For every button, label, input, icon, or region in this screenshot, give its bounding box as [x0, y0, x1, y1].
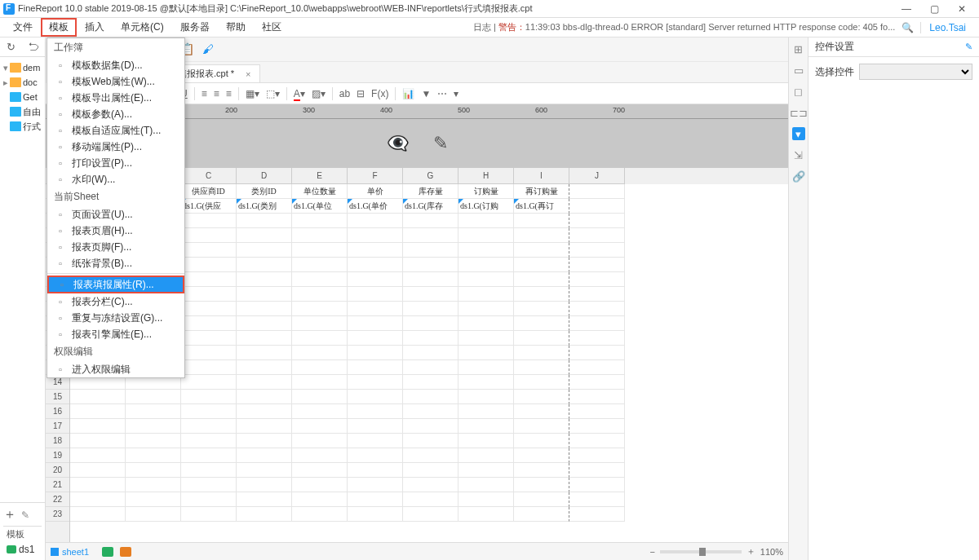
widget-icon[interactable]: ▾	[792, 127, 805, 140]
cell[interactable]	[403, 331, 458, 346]
cell[interactable]	[237, 316, 292, 331]
cell[interactable]	[403, 492, 458, 507]
cell[interactable]	[403, 419, 458, 434]
menu-option[interactable]: ▫移动端属性(P)...	[47, 139, 184, 155]
cell[interactable]	[458, 463, 514, 478]
cell[interactable]	[348, 390, 403, 404]
user-name[interactable]: Leo.Tsai	[920, 22, 974, 33]
cell[interactable]	[348, 346, 403, 360]
search-icon[interactable]: 🔍	[901, 22, 914, 33]
cell[interactable]	[126, 419, 181, 434]
cell[interactable]	[237, 375, 292, 390]
expand-icon[interactable]: ⇲	[792, 148, 805, 161]
cell[interactable]	[181, 272, 237, 287]
cell[interactable]	[292, 360, 348, 375]
row-number[interactable]: 17	[46, 419, 69, 434]
cell[interactable]	[569, 331, 625, 346]
cell[interactable]	[292, 390, 348, 404]
cell[interactable]	[403, 404, 458, 419]
cell[interactable]	[70, 390, 126, 404]
cell[interactable]	[237, 272, 292, 287]
cell[interactable]	[569, 214, 625, 228]
cell[interactable]	[569, 404, 625, 419]
cell[interactable]	[514, 258, 569, 272]
cell[interactable]	[126, 448, 181, 463]
cell[interactable]	[569, 375, 625, 390]
cell[interactable]	[237, 228, 292, 243]
cell[interactable]	[514, 375, 569, 390]
cell[interactable]	[181, 258, 237, 272]
cell[interactable]	[569, 287, 625, 302]
cell[interactable]	[403, 258, 458, 272]
cell[interactable]	[458, 434, 514, 448]
cell[interactable]	[348, 228, 403, 243]
cell[interactable]	[181, 302, 237, 316]
cell[interactable]	[348, 302, 403, 316]
cell[interactable]	[237, 302, 292, 316]
cell[interactable]	[403, 287, 458, 302]
cell[interactable]	[237, 463, 292, 478]
cell[interactable]	[181, 404, 237, 419]
add-icon[interactable]: ＋	[3, 506, 16, 523]
cell[interactable]: 库存量	[403, 184, 458, 199]
cell[interactable]	[292, 507, 348, 522]
doc-icon[interactable]: ▭	[792, 64, 805, 77]
cell[interactable]	[569, 302, 625, 316]
column-header[interactable]: F	[348, 168, 403, 184]
cell[interactable]	[458, 287, 514, 302]
column-header[interactable]: H	[458, 168, 514, 184]
menu-option[interactable]: ▫模板Web属性(W)...	[47, 73, 184, 90]
menu-option[interactable]: ▫模板数据集(D)...	[47, 57, 184, 73]
cell[interactable]	[70, 404, 126, 419]
cell[interactable]: 订购量	[458, 184, 514, 199]
cell[interactable]: ds1.G(供应	[181, 199, 237, 214]
cell[interactable]	[237, 390, 292, 404]
cell[interactable]	[292, 492, 348, 507]
menu-item[interactable]: 帮助	[218, 18, 254, 37]
cell[interactable]	[514, 404, 569, 419]
cell[interactable]	[569, 507, 625, 522]
cell[interactable]	[70, 463, 126, 478]
cell[interactable]	[403, 390, 458, 404]
cell[interactable]	[458, 492, 514, 507]
cell[interactable]	[458, 507, 514, 522]
menu-item[interactable]: 插入	[77, 18, 113, 37]
tree-item[interactable]: Get	[2, 90, 43, 104]
menu-option[interactable]: ▫纸张背景(B)...	[47, 255, 184, 271]
grid-icon[interactable]: ⊞	[792, 42, 805, 55]
cell[interactable]	[514, 360, 569, 375]
cell[interactable]	[237, 448, 292, 463]
cell[interactable]	[181, 228, 237, 243]
cell[interactable]	[348, 419, 403, 434]
cell[interactable]	[348, 404, 403, 419]
datasource-row[interactable]: ds1	[3, 542, 42, 557]
cell[interactable]	[181, 316, 237, 331]
cell[interactable]	[403, 346, 458, 360]
cell[interactable]: ds1.G(类别	[237, 199, 292, 214]
row-number[interactable]: 20	[46, 463, 69, 478]
cell[interactable]: ds1.G(订购	[458, 199, 514, 214]
cell[interactable]	[126, 390, 181, 404]
cell[interactable]	[514, 419, 569, 434]
cell[interactable]	[237, 243, 292, 258]
cell[interactable]	[181, 478, 237, 492]
brush-icon[interactable]: 🖌	[202, 42, 214, 56]
cell[interactable]	[181, 243, 237, 258]
cell[interactable]	[348, 492, 403, 507]
cell[interactable]	[403, 272, 458, 287]
menu-item[interactable]: 服务器	[172, 18, 218, 37]
format-icon[interactable]: ⊟	[357, 88, 365, 99]
cell[interactable]	[292, 258, 348, 272]
cell[interactable]	[348, 316, 403, 331]
menu-option[interactable]: ▫页面设置(U)...	[47, 206, 184, 223]
hide-icon[interactable]: 👁‍🗨	[387, 133, 409, 154]
row-number[interactable]: 16	[46, 404, 69, 419]
refresh-icon[interactable]: ↻	[7, 41, 16, 53]
cell[interactable]	[237, 434, 292, 448]
tree-item[interactable]: ▸doc	[2, 75, 43, 90]
cell[interactable]	[348, 507, 403, 522]
row-number[interactable]: 22	[46, 492, 69, 507]
cell[interactable]	[348, 243, 403, 258]
cell[interactable]	[292, 346, 348, 360]
cell[interactable]	[292, 478, 348, 492]
